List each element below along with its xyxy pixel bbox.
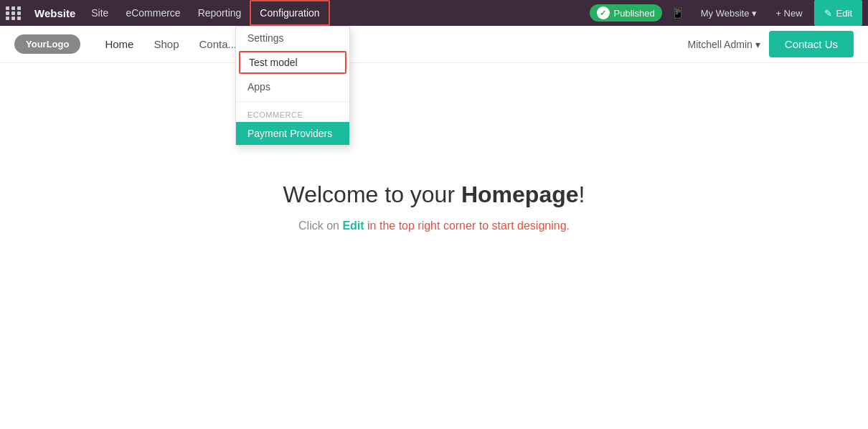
admin-bar-right: Published 📱 My Website ▾ + New ✎ Edit bbox=[590, 0, 862, 26]
configuration-dropdown: Settings Test model Apps eCommerce Payme… bbox=[235, 26, 350, 146]
my-website-chevron-icon: ▾ bbox=[752, 8, 757, 19]
nav-site[interactable]: Site bbox=[82, 0, 117, 26]
subtitle-before: Click on bbox=[298, 220, 342, 232]
edit-button[interactable]: ✎ Edit bbox=[814, 0, 862, 26]
user-name: Mitchell Admin bbox=[688, 39, 753, 50]
published-toggle[interactable]: Published bbox=[590, 4, 662, 22]
dropdown-item-test-model[interactable]: Test model bbox=[239, 51, 346, 74]
logo[interactable]: YourLogo bbox=[14, 34, 80, 54]
nav-ecommerce[interactable]: eCommerce bbox=[117, 0, 189, 26]
edit-label: Edit bbox=[836, 8, 852, 19]
nav-item-home[interactable]: Home bbox=[95, 26, 143, 63]
brand-label[interactable]: Website bbox=[27, 7, 82, 19]
subtitle-text: Click on Edit in the top right corner to… bbox=[298, 220, 570, 232]
my-website-button[interactable]: My Website ▾ bbox=[694, 0, 765, 26]
welcome-exclaim: ! bbox=[579, 182, 585, 207]
website-nav-right: Mitchell Admin ▾ Contact Us bbox=[688, 31, 854, 57]
published-label: Published bbox=[614, 8, 655, 19]
main-content: Welcome to your Homepage! Click on Edit … bbox=[0, 63, 868, 350]
pencil-icon: ✎ bbox=[824, 8, 832, 19]
mobile-icon[interactable]: 📱 bbox=[665, 6, 691, 20]
dropdown-section-ecommerce: eCommerce bbox=[236, 105, 349, 122]
user-menu-button[interactable]: Mitchell Admin ▾ bbox=[688, 39, 760, 50]
nav-item-shop[interactable]: Shop bbox=[143, 26, 189, 63]
dropdown-divider bbox=[236, 101, 349, 102]
dropdown-item-settings[interactable]: Settings bbox=[236, 27, 349, 50]
logo-area[interactable]: YourLogo bbox=[14, 34, 80, 54]
admin-bar-left: Website Site eCommerce Reporting Configu… bbox=[6, 0, 330, 26]
welcome-heading: Welcome to your Homepage! bbox=[283, 182, 585, 208]
user-chevron-icon: ▾ bbox=[755, 39, 760, 50]
homepage-bold: Homepage bbox=[461, 182, 579, 207]
nav-reporting[interactable]: Reporting bbox=[189, 0, 250, 26]
subtitle-middle: in the top right corner to start designi… bbox=[364, 220, 570, 232]
new-button[interactable]: + New bbox=[767, 0, 811, 26]
contact-us-button[interactable]: Contact Us bbox=[769, 31, 854, 57]
welcome-text-before: Welcome to your bbox=[283, 182, 461, 207]
my-website-label: My Website bbox=[701, 8, 750, 19]
dropdown-item-apps[interactable]: Apps bbox=[236, 75, 349, 98]
website-nav: YourLogo Home Shop Conta... Events 🛒 0 M… bbox=[0, 26, 868, 63]
nav-configuration[interactable]: Configuration bbox=[250, 0, 329, 26]
admin-bar: Website Site eCommerce Reporting Configu… bbox=[0, 0, 868, 26]
dropdown-item-payment-providers[interactable]: Payment Providers bbox=[236, 122, 349, 145]
new-label: + New bbox=[775, 8, 802, 19]
subtitle-edit-word: Edit bbox=[342, 220, 364, 232]
toggle-circle-icon bbox=[597, 6, 610, 19]
apps-icon[interactable] bbox=[6, 6, 22, 20]
